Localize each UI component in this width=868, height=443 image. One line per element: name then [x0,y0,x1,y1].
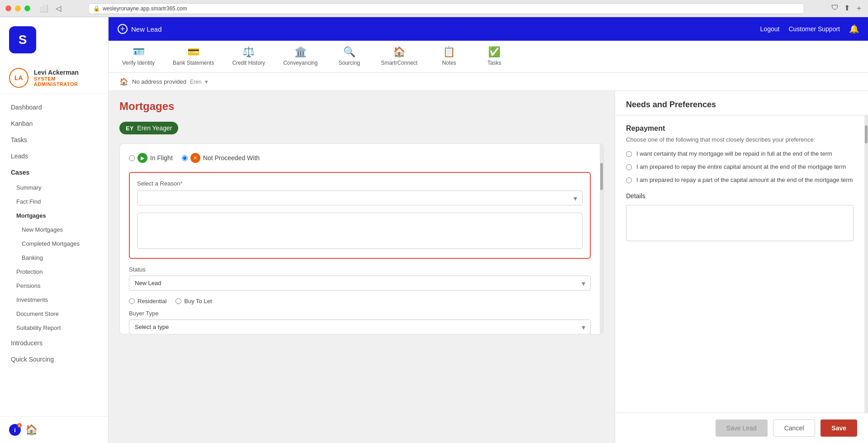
sidebar-bottom: i 0 🏠 [0,416,108,443]
sidebar-item-completed-mortgages[interactable]: Completed Mortgages [0,237,108,251]
sidebar-item-kanban[interactable]: Kanban [0,115,108,132]
details-label: Details [626,192,854,200]
status-radio-row: ▶ In Flight ✕ Not Proceeded With [129,153,591,163]
sidebar-item-leads[interactable]: Leads [0,148,108,164]
inflight-radio[interactable] [129,155,135,161]
nav-back-icon[interactable]: ◁ [56,4,61,13]
sidebar-item-quick-sourcing[interactable]: Quick Sourcing [0,351,108,367]
tab-verify-identity-label: Verify Identity [122,60,155,66]
right-panel-scrollbar[interactable] [864,115,868,413]
buyer-type-dropdown[interactable]: Select a type First Time Buyer Home Move… [129,319,591,334]
sidebar-item-pensions[interactable]: Pensions [0,279,108,293]
status-dropdown[interactable]: New Lead In Progress Completed [129,276,591,291]
tab-verify-identity[interactable]: 🪪 Verify Identity [113,41,164,72]
tab-bank-statements-label: Bank Statements [173,60,214,66]
tab-bank-statements[interactable]: 💳 Bank Statements [164,41,223,72]
verify-identity-icon: 🪪 [133,46,145,58]
breadcrumb: 🏠 No address provided Eren ▾ [109,73,868,91]
info-badge[interactable]: i 0 [9,424,21,436]
details-textarea[interactable] [626,205,854,241]
inflight-option[interactable]: ▶ In Flight [129,153,173,163]
sidebar-item-document-store[interactable]: Document Store [0,307,108,321]
sidebar-item-introducers[interactable]: Introducers [0,335,108,351]
residential-radio[interactable] [129,298,135,304]
repayment-label-3: I am prepared to repay a part of the cap… [636,176,853,183]
new-lead-button[interactable]: + New Lead [118,24,162,34]
residential-option[interactable]: Residential [129,298,166,305]
reason-textarea[interactable] [137,213,583,249]
user-info: LA Levi Ackerman SYSTEM ADMINISTRATOR [0,62,108,94]
sidebar-item-suitability-report[interactable]: Suitability Report [0,321,108,335]
buy-to-let-radio[interactable] [175,298,181,304]
top-nav-right: Logout Customer Support 🔔 [760,24,859,34]
address-bar[interactable]: 🔒 wesleyronayne.app.smartr365.com [88,3,804,14]
select-reason-dropdown[interactable] [137,191,583,205]
mac-maximize-btn[interactable] [24,5,30,11]
tab-conveyancing[interactable]: 🏛️ Conveyancing [274,41,327,72]
tab-notes[interactable]: 📋 Notes [427,41,472,72]
repayment-option-2[interactable]: I am prepared to repay the entire capita… [626,163,854,170]
required-marker: * [180,180,182,187]
select-reason-label: Select a Reason* [137,180,583,187]
tab-tasks[interactable]: ✅ Tasks [472,41,517,72]
tab-credit-history[interactable]: ⚖️ Credit History [223,41,274,72]
notification-bell-icon[interactable]: 🔔 [849,24,859,34]
not-proceeded-icon: ✕ [190,153,200,163]
sidebar-item-tasks[interactable]: Tasks [0,132,108,148]
tab-sourcing-label: Sourcing [339,60,360,66]
repayment-option-3[interactable]: I am prepared to repay a part of the cap… [626,176,854,183]
add-tab-icon[interactable]: ＋ [855,4,863,13]
not-proceeded-radio[interactable] [182,155,188,161]
sidebar-item-investments[interactable]: Investments [0,293,108,307]
form-scrollbar[interactable] [600,144,603,334]
sidebar-item-dashboard[interactable]: Dashboard [0,99,108,115]
repayment-radio-1[interactable] [626,151,632,157]
tab-bar: 🪪 Verify Identity 💳 Bank Statements ⚖️ C… [109,41,868,73]
smartr-logo-text: 🏠 [25,424,38,436]
logo-area: S [0,17,108,62]
mac-close-btn[interactable] [5,5,11,11]
sidebar-item-new-mortgages[interactable]: New Mortgages [0,223,108,237]
sidebar-toggle-icon[interactable]: ⬜ [39,4,48,13]
tab-smartrconnect-label: SmartrConnect [381,60,417,66]
sidebar-item-banking[interactable]: Banking [0,251,108,265]
bank-statements-icon: 💳 [187,46,199,58]
inflight-icon: ▶ [138,153,147,163]
save-lead-button[interactable]: Save Lead [716,419,768,437]
user-role: SYSTEM ADMINISTRATOR [34,76,99,87]
sourcing-icon: 🔍 [343,46,356,58]
sidebar-item-summary[interactable]: Summary [0,181,108,195]
smartrconnect-icon: 🏠 [393,46,405,58]
mac-minimize-btn[interactable] [15,5,21,11]
logo-text: S [19,33,27,47]
tab-smartrconnect[interactable]: 🏠 SmartrConnect [372,41,427,72]
logout-link[interactable]: Logout [760,25,780,33]
buyer-type-label: Buyer Type [129,310,591,317]
cancel-button[interactable]: Cancel [773,419,816,437]
customer-support-link[interactable]: Customer Support [788,25,840,33]
share-icon[interactable]: ⬆ [844,4,850,13]
left-panel: Mortgages EY Eren Yeager ▶ [109,91,615,443]
save-button[interactable]: Save [821,419,857,437]
repayment-heading: Repayment [626,124,854,133]
sidebar-item-cases[interactable]: Cases [0,164,108,181]
not-proceeded-option[interactable]: ✕ Not Proceeded With [182,153,260,163]
user-avatar: LA [9,68,28,88]
user-initials: LA [14,74,23,81]
buy-to-let-option[interactable]: Buy To Let [175,298,212,305]
notes-icon: 📋 [443,46,455,58]
sidebar-item-factfind[interactable]: Fact Find [0,195,108,209]
client-tag: EY Eren Yeager [119,122,178,134]
tab-conveyancing-label: Conveyancing [283,60,318,66]
buyer-type-section: Buyer Type Select a type First Time Buye… [129,310,591,334]
tab-sourcing[interactable]: 🔍 Sourcing [327,41,372,72]
breadcrumb-chevron-icon[interactable]: ▾ [205,78,208,85]
sidebar-item-protection[interactable]: Protection [0,265,108,279]
residential-label: Residential [138,298,166,305]
repayment-radio-2[interactable] [626,164,632,170]
repayment-option-1[interactable]: I want certainty that my mortgage will b… [626,150,854,157]
lock-icon: 🔒 [93,5,100,12]
not-proceeded-label: Not Proceeded With [203,154,260,162]
sidebar-item-mortgages[interactable]: Mortgages [0,209,108,223]
repayment-radio-3[interactable] [626,177,632,183]
